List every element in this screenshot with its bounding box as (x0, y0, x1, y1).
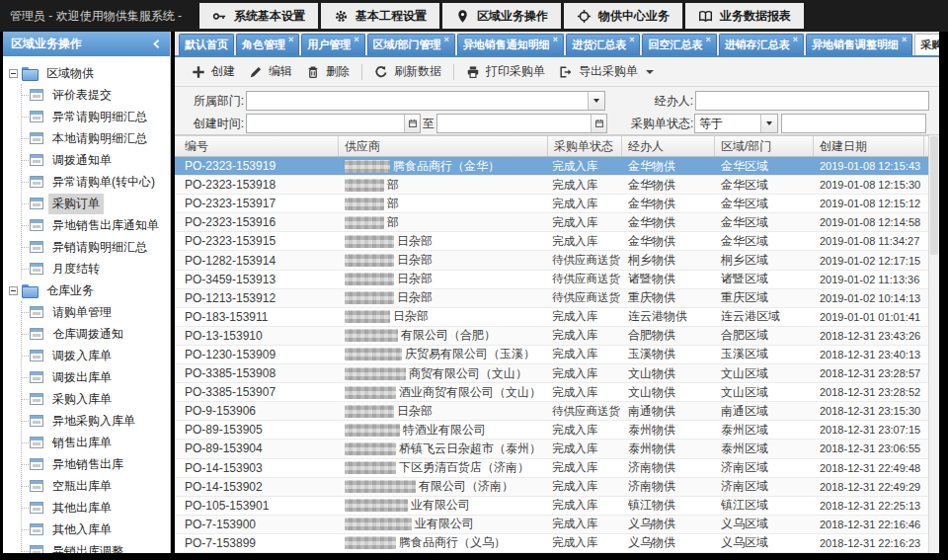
sidebar-item-调拨出库单[interactable]: 调拨出库单 (22, 366, 170, 388)
table-row[interactable]: PO-1213-153912日杂部待供应商送货重庆物供重庆区域2019-01-0… (175, 289, 928, 308)
status-value-input[interactable] (781, 114, 926, 133)
sidebar-item-其他出库单[interactable]: 其他出库单 (22, 497, 170, 519)
sidebar-item-异销出库调整[interactable]: 异销出库调整 (22, 540, 170, 553)
operator-filter-input[interactable] (695, 91, 929, 111)
table-row[interactable]: PO-7-153899腾食品商行（义乌）完成入库义乌物供义乌区域2018-12-… (175, 534, 928, 553)
sidebar-item-异常请购单(转中心)[interactable]: 异常请购单(转中心) (22, 171, 170, 193)
chevron-down-icon[interactable] (760, 115, 777, 132)
table-row[interactable]: PO-2323-153919腾食品商行（金华）完成入库金华物供金华区域2019-… (175, 157, 928, 176)
collapse-expander-icon[interactable] (9, 69, 18, 78)
导出采购单-button[interactable]: 导出采购单 (552, 59, 661, 84)
sidebar-item-仓库调拨通知[interactable]: 仓库调拨通知 (22, 323, 170, 345)
table-row[interactable]: PO-3385-153907酒业商贸有限公司（文山）完成入库文山物供文山区域20… (175, 383, 928, 402)
编辑-button[interactable]: 编辑 (242, 59, 299, 84)
date-from-input[interactable] (246, 114, 421, 133)
table-row[interactable]: PO-2323-153915日杂部完成入库金华物供金华区域2019-01-08 … (175, 232, 928, 251)
redacted-blur (345, 160, 390, 173)
table-row[interactable]: PO-14-153902有限公司（济南）完成入库济南物供济南区域2018-12-… (175, 478, 928, 497)
打印采购单-button[interactable]: 打印采购单 (459, 59, 552, 84)
supplier-text: 日杂部 (397, 252, 433, 269)
table-row[interactable]: PO-89-153904桥镇飞云日杂超市（泰州）完成入库泰州物供泰州区域2018… (175, 440, 928, 458)
table-row[interactable]: PO-183-153911日杂部完成入库连云港物供连云港区域2019-01-01… (175, 308, 928, 327)
cell-region: 金华区域 (715, 157, 814, 175)
sidebar-item-空瓶出库单[interactable]: 空瓶出库单 (22, 475, 170, 497)
close-icon[interactable]: × (288, 35, 293, 45)
close-icon[interactable]: × (354, 35, 358, 45)
刷新数据-button[interactable]: 刷新数据 (367, 59, 448, 84)
table-row[interactable]: PO-9-153906日杂部待供应商送货南通物供南通区域2018-12-31 2… (175, 402, 928, 421)
close-icon[interactable]: × (629, 35, 634, 45)
column-header-编号[interactable]: 编号 (179, 136, 339, 156)
table-row[interactable]: PO-1230-153909庆贸易有限公司（玉溪）完成入库玉溪物供玉溪区域201… (175, 346, 928, 364)
创建-button[interactable]: 创建 (185, 59, 242, 84)
table-row[interactable]: PO-3385-153908商贸有限公司（文山）完成入库文山物供文山区域2018… (175, 364, 928, 383)
sidebar-item-请购单管理[interactable]: 请购单管理 (22, 301, 170, 323)
chevron-left-icon[interactable] (151, 39, 162, 49)
menu-button[interactable]: 物供中心业务 (564, 3, 682, 29)
sidebar-item-异地销售出库[interactable]: 异地销售出库 (22, 453, 170, 475)
close-icon[interactable]: × (705, 35, 710, 45)
column-header-供应商[interactable]: 供应商 (339, 136, 548, 156)
tab-异地销售调整明细[interactable]: 异地销售调整明细× (806, 34, 912, 55)
close-icon[interactable]: × (444, 35, 449, 45)
cell-status: 完成入库 (548, 195, 622, 212)
tab-用户管理[interactable]: 用户管理× (301, 34, 364, 55)
table-row[interactable]: PO-2323-153916部完成入库金华物供金华区域2019-01-08 12… (175, 213, 928, 232)
sidebar-item-其他入库单[interactable]: 其他入库单 (22, 519, 170, 540)
table-row[interactable]: PO-1282-153914日杂部待供应商送货桐乡物供桐乡区域2019-01-0… (175, 251, 928, 270)
sidebar-item-采购入库单[interactable]: 采购入库单 (22, 388, 170, 410)
删除-button[interactable]: 删除 (299, 59, 356, 84)
tree-folder[interactable]: 区域物供 (9, 62, 170, 84)
menu-button[interactable]: 基本工程设置 (321, 3, 439, 29)
sidebar-item-调拨入库单[interactable]: 调拨入库单 (22, 345, 170, 366)
sidebar-item-本地请购明细汇总[interactable]: 本地请购明细汇总 (22, 127, 170, 149)
table-row[interactable]: PO-2323-153918部完成入库金华物供金华区域2019-01-08 12… (175, 176, 928, 195)
dept-filter-select[interactable] (246, 91, 605, 111)
tab-默认首页[interactable]: 默认首页 (179, 34, 234, 55)
vertical-scrollbar[interactable] (928, 135, 939, 553)
tab-区域/部门管理[interactable]: 区域/部门管理× (367, 34, 455, 55)
form-icon (30, 480, 43, 492)
calendar-icon[interactable] (404, 115, 420, 132)
date-to-input[interactable] (436, 114, 607, 133)
tab-角色管理[interactable]: 角色管理× (236, 34, 299, 55)
sidebar-item-调拨通知单[interactable]: 调拨通知单 (22, 149, 170, 171)
tab-采购订单[interactable]: 采购订单× (914, 34, 939, 55)
column-header-创建日期[interactable]: 创建日期 (814, 136, 924, 156)
tab-进销存汇总表[interactable]: 进销存汇总表× (719, 34, 804, 55)
cell-region: 济南区域 (715, 478, 814, 496)
menu-button[interactable]: 系统基本设置 (199, 3, 318, 29)
column-header-采购单状态[interactable]: 采购单状态 (548, 136, 622, 156)
close-icon[interactable]: × (553, 35, 558, 45)
sidebar-item-异销请购明细汇总[interactable]: 异销请购明细汇总 (22, 236, 170, 258)
tab-异地销售通知明细[interactable]: 异地销售通知明细× (457, 34, 564, 55)
table-row[interactable]: PO-14-153903下区勇清百货店（济南）完成入库济南物供济南区域2018-… (175, 459, 928, 478)
sidebar-item-销售出库单[interactable]: 销售出库单 (22, 432, 170, 453)
sidebar-item-采购订单[interactable]: 采购订单 (22, 193, 170, 214)
column-header-经办人[interactable]: 经办人 (622, 136, 715, 156)
table-row[interactable]: PO-2323-153917部完成入库金华物供金华区域2019-01-08 12… (175, 195, 928, 213)
tab-进货汇总表[interactable]: 进货汇总表× (566, 34, 640, 55)
status-operator-select[interactable]: 等于 (694, 114, 778, 133)
tab-回空汇总表[interactable]: 回空汇总表× (642, 34, 716, 55)
menu-button[interactable]: 业务数据报表 (685, 3, 804, 29)
calendar-icon[interactable] (591, 115, 606, 132)
tree-folder[interactable]: 仓库业务 (9, 280, 170, 301)
scrollbar-thumb[interactable] (930, 136, 938, 255)
collapse-expander-icon[interactable] (9, 286, 18, 295)
table-row[interactable]: PO-89-153905特酒业有限公司完成入库泰州物供泰州区域2018-12-3… (175, 421, 928, 440)
table-row[interactable]: PO-7-153900业有限公司完成入库义乌物供义乌区域2018-12-31 2… (175, 516, 928, 534)
sidebar-item-异地销售出库通知单[interactable]: 异地销售出库通知单 (22, 214, 170, 236)
sidebar-item-月度结转[interactable]: 月度结转 (22, 258, 170, 280)
sidebar-item-异常请购明细汇总[interactable]: 异常请购明细汇总 (22, 106, 170, 127)
table-row[interactable]: PO-105-153901业有限公司完成入库镇江物供镇江区域2018-12-31… (175, 497, 928, 516)
menu-button[interactable]: 区域业务操作 (442, 3, 561, 29)
sidebar-item-异地采购入库单[interactable]: 异地采购入库单 (22, 410, 170, 432)
chevron-down-icon[interactable] (588, 92, 604, 110)
column-header-区域/部门[interactable]: 区域/部门 (715, 136, 814, 156)
close-icon[interactable]: × (902, 35, 907, 45)
table-row[interactable]: PO-13-153910有限公司（合肥）完成入库合肥物供合肥区域2018-12-… (175, 327, 928, 346)
close-icon[interactable]: × (793, 35, 798, 45)
table-row[interactable]: PO-3459-153913日杂部待供应商送货诸暨物供诸暨区域2019-01-0… (175, 271, 928, 289)
sidebar-item-评价表提交[interactable]: 评价表提交 (22, 84, 170, 106)
